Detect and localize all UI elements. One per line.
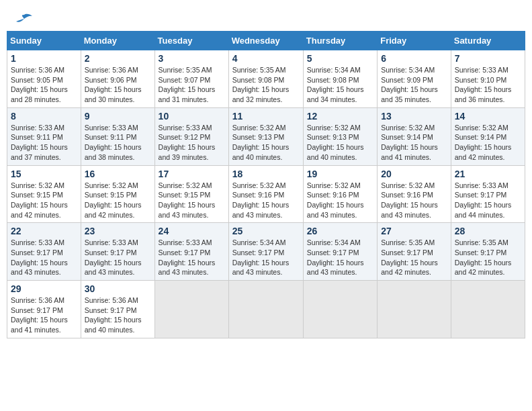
- day-info: Sunrise: 5:32 AM Sunset: 9:15 PM Dayligh…: [159, 181, 225, 220]
- day-number: 15: [11, 169, 77, 179]
- calendar-cell: 30Sunrise: 5:36 AM Sunset: 9:17 PM Dayli…: [81, 281, 154, 338]
- day-number: 3: [159, 53, 225, 64]
- day-info: Sunrise: 5:33 AM Sunset: 9:17 PM Dayligh…: [85, 238, 151, 277]
- weekday-header-sunday: Sunday: [7, 32, 81, 50]
- day-info: Sunrise: 5:33 AM Sunset: 9:17 PM Dayligh…: [11, 238, 77, 277]
- calendar-cell: 12Sunrise: 5:32 AM Sunset: 9:13 PM Dayli…: [303, 107, 377, 165]
- day-info: Sunrise: 5:33 AM Sunset: 9:17 PM Dayligh…: [455, 181, 521, 220]
- calendar-week-row: 8Sunrise: 5:33 AM Sunset: 9:11 PM Daylig…: [7, 107, 525, 165]
- weekday-header-wednesday: Wednesday: [228, 32, 303, 50]
- calendar-cell: 22Sunrise: 5:33 AM Sunset: 9:17 PM Dayli…: [7, 223, 81, 281]
- calendar-cell: 15Sunrise: 5:32 AM Sunset: 9:15 PM Dayli…: [7, 165, 81, 223]
- day-number: 16: [85, 169, 151, 179]
- day-number: 11: [232, 111, 300, 122]
- day-info: Sunrise: 5:32 AM Sunset: 9:15 PM Dayligh…: [85, 181, 151, 220]
- calendar-cell: 29Sunrise: 5:36 AM Sunset: 9:17 PM Dayli…: [7, 281, 81, 338]
- calendar-cell: 5Sunrise: 5:34 AM Sunset: 9:08 PM Daylig…: [303, 50, 377, 108]
- calendar-cell: 6Sunrise: 5:34 AM Sunset: 9:09 PM Daylig…: [378, 50, 451, 108]
- calendar-week-row: 15Sunrise: 5:32 AM Sunset: 9:15 PM Dayli…: [7, 165, 525, 223]
- day-info: Sunrise: 5:32 AM Sunset: 9:14 PM Dayligh…: [455, 123, 521, 163]
- day-number: 20: [381, 169, 447, 179]
- calendar-cell: 13Sunrise: 5:32 AM Sunset: 9:14 PM Dayli…: [378, 107, 451, 165]
- calendar-table: SundayMondayTuesdayWednesdayThursdayFrid…: [7, 31, 525, 338]
- calendar-cell: 1Sunrise: 5:36 AM Sunset: 9:05 PM Daylig…: [7, 50, 81, 108]
- weekday-header-saturday: Saturday: [451, 32, 525, 50]
- calendar-cell: [228, 281, 303, 338]
- page-header: [7, 7, 525, 31]
- day-info: Sunrise: 5:34 AM Sunset: 9:08 PM Dayligh…: [307, 65, 373, 105]
- day-number: 23: [85, 226, 151, 236]
- day-number: 30: [85, 283, 151, 294]
- day-info: Sunrise: 5:32 AM Sunset: 9:16 PM Dayligh…: [381, 181, 447, 220]
- day-number: 4: [232, 53, 300, 64]
- calendar-cell: [303, 281, 377, 338]
- calendar-cell: 10Sunrise: 5:33 AM Sunset: 9:12 PM Dayli…: [154, 107, 228, 165]
- calendar-cell: 9Sunrise: 5:33 AM Sunset: 9:11 PM Daylig…: [81, 107, 154, 165]
- day-number: 21: [455, 169, 521, 179]
- day-info: Sunrise: 5:36 AM Sunset: 9:17 PM Dayligh…: [85, 295, 151, 335]
- day-info: Sunrise: 5:36 AM Sunset: 9:06 PM Dayligh…: [85, 65, 151, 105]
- day-number: 24: [159, 226, 225, 236]
- day-info: Sunrise: 5:34 AM Sunset: 9:17 PM Dayligh…: [232, 238, 300, 277]
- day-number: 29: [11, 283, 77, 294]
- calendar-cell: 23Sunrise: 5:33 AM Sunset: 9:17 PM Dayli…: [81, 223, 154, 281]
- calendar-cell: 27Sunrise: 5:35 AM Sunset: 9:17 PM Dayli…: [378, 223, 451, 281]
- calendar-cell: 14Sunrise: 5:32 AM Sunset: 9:14 PM Dayli…: [451, 107, 525, 165]
- calendar-cell: 2Sunrise: 5:36 AM Sunset: 9:06 PM Daylig…: [81, 50, 154, 108]
- calendar-week-row: 29Sunrise: 5:36 AM Sunset: 9:17 PM Dayli…: [7, 281, 525, 338]
- day-info: Sunrise: 5:32 AM Sunset: 9:13 PM Dayligh…: [307, 123, 373, 163]
- calendar-cell: 20Sunrise: 5:32 AM Sunset: 9:16 PM Dayli…: [378, 165, 451, 223]
- calendar-cell: 16Sunrise: 5:32 AM Sunset: 9:15 PM Dayli…: [81, 165, 154, 223]
- calendar-cell: 24Sunrise: 5:33 AM Sunset: 9:17 PM Dayli…: [154, 223, 228, 281]
- day-number: 2: [85, 53, 151, 64]
- day-number: 25: [232, 226, 300, 236]
- day-info: Sunrise: 5:32 AM Sunset: 9:14 PM Dayligh…: [381, 123, 447, 163]
- day-info: Sunrise: 5:32 AM Sunset: 9:16 PM Dayligh…: [232, 181, 300, 220]
- day-info: Sunrise: 5:33 AM Sunset: 9:11 PM Dayligh…: [11, 123, 77, 163]
- calendar-cell: 18Sunrise: 5:32 AM Sunset: 9:16 PM Dayli…: [228, 165, 303, 223]
- day-info: Sunrise: 5:33 AM Sunset: 9:12 PM Dayligh…: [159, 123, 225, 163]
- calendar-cell: [378, 281, 451, 338]
- calendar-cell: 28Sunrise: 5:35 AM Sunset: 9:17 PM Dayli…: [451, 223, 525, 281]
- day-number: 9: [85, 111, 151, 122]
- calendar-cell: 3Sunrise: 5:35 AM Sunset: 9:07 PM Daylig…: [154, 50, 228, 108]
- day-info: Sunrise: 5:33 AM Sunset: 9:10 PM Dayligh…: [455, 65, 521, 105]
- calendar-week-row: 1Sunrise: 5:36 AM Sunset: 9:05 PM Daylig…: [7, 50, 525, 108]
- calendar-cell: 19Sunrise: 5:32 AM Sunset: 9:16 PM Dayli…: [303, 165, 377, 223]
- day-info: Sunrise: 5:35 AM Sunset: 9:17 PM Dayligh…: [455, 238, 521, 277]
- day-info: Sunrise: 5:32 AM Sunset: 9:16 PM Dayligh…: [307, 181, 373, 220]
- day-number: 7: [455, 53, 521, 64]
- day-number: 19: [307, 169, 373, 179]
- calendar-cell: 11Sunrise: 5:32 AM Sunset: 9:13 PM Dayli…: [228, 107, 303, 165]
- day-number: 27: [381, 226, 447, 236]
- day-info: Sunrise: 5:33 AM Sunset: 9:11 PM Dayligh…: [85, 123, 151, 163]
- day-number: 8: [11, 111, 77, 122]
- day-info: Sunrise: 5:32 AM Sunset: 9:13 PM Dayligh…: [232, 123, 300, 163]
- calendar-header-row: SundayMondayTuesdayWednesdayThursdayFrid…: [7, 32, 525, 50]
- weekday-header-monday: Monday: [81, 32, 154, 50]
- day-number: 26: [307, 226, 373, 236]
- day-number: 13: [381, 111, 447, 122]
- calendar-cell: 21Sunrise: 5:33 AM Sunset: 9:17 PM Dayli…: [451, 165, 525, 223]
- calendar-cell: 4Sunrise: 5:35 AM Sunset: 9:08 PM Daylig…: [228, 50, 303, 108]
- day-info: Sunrise: 5:35 AM Sunset: 9:07 PM Dayligh…: [159, 65, 225, 105]
- day-info: Sunrise: 5:36 AM Sunset: 9:17 PM Dayligh…: [11, 295, 77, 335]
- calendar-cell: 25Sunrise: 5:34 AM Sunset: 9:17 PM Dayli…: [228, 223, 303, 281]
- calendar-cell: 26Sunrise: 5:34 AM Sunset: 9:17 PM Dayli…: [303, 223, 377, 281]
- day-info: Sunrise: 5:35 AM Sunset: 9:17 PM Dayligh…: [381, 238, 447, 277]
- day-info: Sunrise: 5:33 AM Sunset: 9:17 PM Dayligh…: [159, 238, 225, 277]
- day-number: 28: [455, 226, 521, 236]
- day-info: Sunrise: 5:35 AM Sunset: 9:08 PM Dayligh…: [232, 65, 300, 105]
- calendar-cell: [154, 281, 228, 338]
- day-info: Sunrise: 5:34 AM Sunset: 9:17 PM Dayligh…: [307, 238, 373, 277]
- calendar-cell: 17Sunrise: 5:32 AM Sunset: 9:15 PM Dayli…: [154, 165, 228, 223]
- day-info: Sunrise: 5:32 AM Sunset: 9:15 PM Dayligh…: [11, 181, 77, 220]
- calendar-week-row: 22Sunrise: 5:33 AM Sunset: 9:17 PM Dayli…: [7, 223, 525, 281]
- calendar-cell: 7Sunrise: 5:33 AM Sunset: 9:10 PM Daylig…: [451, 50, 525, 108]
- weekday-header-friday: Friday: [378, 32, 451, 50]
- logo: [13, 13, 34, 26]
- logo-bird-icon: [15, 13, 34, 28]
- day-info: Sunrise: 5:34 AM Sunset: 9:09 PM Dayligh…: [381, 65, 447, 105]
- day-number: 1: [11, 53, 77, 64]
- day-number: 14: [455, 111, 521, 122]
